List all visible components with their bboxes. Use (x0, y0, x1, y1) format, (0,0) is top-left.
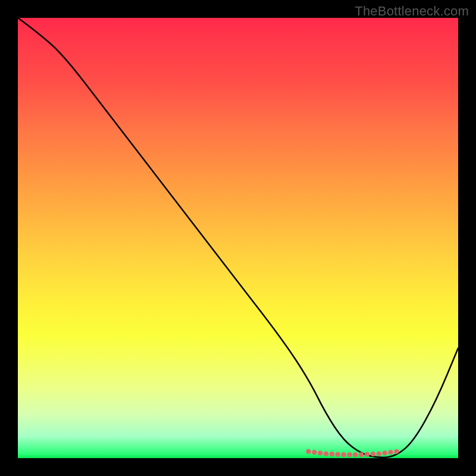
watermark-text: TheBottleneck.com (355, 4, 469, 19)
svg-point-3 (324, 451, 328, 456)
svg-point-5 (336, 452, 340, 456)
svg-point-12 (377, 451, 381, 456)
chart-frame (18, 18, 458, 458)
minimum-dots (306, 449, 399, 458)
svg-point-13 (383, 450, 387, 455)
svg-point-8 (353, 452, 358, 457)
svg-point-2 (318, 450, 322, 455)
bottleneck-curve-path (18, 18, 458, 458)
svg-point-11 (371, 452, 375, 456)
bottleneck-curve-svg (18, 18, 458, 458)
svg-point-7 (347, 452, 352, 457)
svg-point-14 (388, 450, 393, 455)
svg-point-4 (330, 452, 334, 456)
svg-point-10 (365, 452, 369, 456)
svg-point-6 (341, 452, 346, 457)
plot-area (18, 18, 458, 458)
svg-point-0 (306, 449, 311, 454)
svg-point-1 (312, 450, 317, 455)
svg-point-15 (394, 449, 399, 454)
svg-point-9 (359, 452, 364, 457)
